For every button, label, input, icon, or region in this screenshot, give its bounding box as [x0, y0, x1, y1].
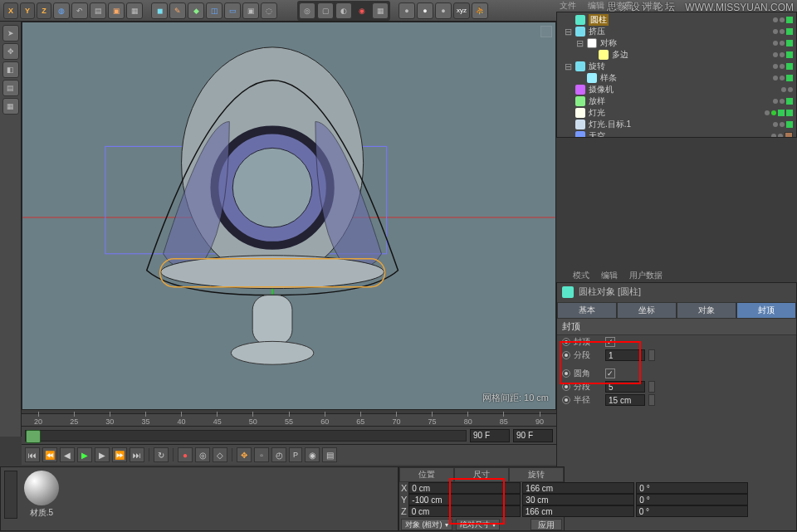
undo-icon[interactable]: ↶ [71, 2, 88, 19]
object-label[interactable]: 圆柱 [589, 14, 609, 26]
attr-menu-mode[interactable]: 模式 [573, 270, 589, 281]
seg2-field[interactable] [605, 381, 645, 393]
param-key-icon[interactable]: P [289, 447, 302, 462]
attr-menu-userdata[interactable]: 用户数据 [629, 270, 663, 281]
render-region-icon[interactable]: ▢ [317, 2, 334, 19]
tab-basic[interactable]: 基本 [557, 302, 617, 318]
next-key-button[interactable]: ⏩ [112, 447, 127, 462]
object-label[interactable]: 放样 [589, 95, 605, 107]
attr-menu-edit[interactable]: 编辑 [601, 270, 618, 281]
check-icon[interactable] [786, 40, 793, 46]
scale-key-icon[interactable]: ▫ [254, 447, 269, 462]
pos-field[interactable] [408, 482, 521, 494]
size-field[interactable] [522, 482, 634, 494]
render-target-icon[interactable]: ◎ [299, 2, 315, 19]
goto-start-button[interactable]: ⏮ [25, 447, 40, 462]
move-key-icon[interactable]: ✥ [237, 447, 252, 462]
check-icon[interactable] [786, 75, 793, 81]
goto-end-button[interactable]: ⏭ [130, 447, 144, 462]
timeline-ruler[interactable]: 202530354045505560657075808590 [22, 413, 556, 427]
pos-field[interactable] [408, 494, 521, 505]
axis-x-button[interactable]: X [3, 2, 18, 19]
visibility-dot-icon[interactable] [771, 134, 776, 138]
visibility-dot-icon[interactable] [771, 110, 776, 115]
object-manager[interactable]: 圆柱⊟挤压⊟对称多边⊟旋转样条摄像机放样灯光灯光.目标.1天空L型板 [556, 12, 797, 138]
visibility-dot-icon[interactable] [773, 122, 778, 127]
menu-edit[interactable]: 编辑 [588, 0, 604, 12]
axis-y-button[interactable]: Y [20, 2, 35, 19]
rot-field[interactable] [636, 494, 748, 505]
contrast-icon[interactable]: ◐ [335, 2, 352, 19]
visibility-dot-icon[interactable] [781, 87, 786, 92]
check-icon[interactable] [778, 110, 785, 116]
check-icon[interactable] [786, 51, 793, 58]
film-small-icon[interactable]: ▤ [322, 447, 337, 462]
pen-icon[interactable]: ✎ [169, 2, 186, 19]
visibility-dot-icon[interactable] [780, 17, 785, 22]
visibility-dot-icon[interactable] [780, 29, 785, 34]
material-manager[interactable]: 材质.5 [0, 466, 398, 531]
visibility-dot-icon[interactable] [765, 110, 770, 115]
visibility-dot-icon[interactable] [773, 41, 778, 46]
tab-object[interactable]: 对象 [677, 302, 736, 318]
check-icon[interactable] [786, 17, 793, 23]
spinner-icon[interactable] [648, 381, 655, 393]
sphere-white-icon[interactable]: ● [417, 2, 433, 19]
keyframe-button[interactable]: ◇ [213, 447, 227, 462]
globe-icon[interactable]: ◍ [53, 2, 70, 19]
tree-row[interactable]: ⊟挤压 [560, 26, 793, 37]
tree-row[interactable]: ⊟对称 [560, 37, 793, 49]
rot-field[interactable] [636, 482, 748, 494]
radius-field[interactable] [605, 394, 645, 406]
light-bulb-icon[interactable]: ◌ [261, 2, 277, 19]
sphere-grey-icon[interactable]: ● [398, 2, 415, 19]
timeline-scrub[interactable] [25, 430, 467, 442]
play-button[interactable]: ▶ [77, 447, 92, 462]
viewport[interactable]: 网格间距: 10 cm [22, 22, 556, 410]
rot-field[interactable] [636, 505, 748, 517]
apply-button[interactable]: 应用 [531, 519, 562, 530]
tab-coord[interactable]: 坐标 [617, 302, 677, 318]
visibility-dot-icon[interactable] [780, 99, 785, 104]
rotate-key-icon[interactable]: ◴ [271, 447, 286, 462]
tree-row[interactable]: 灯光.目标.1 [560, 119, 793, 130]
object-label[interactable]: 灯光.目标.1 [589, 119, 631, 130]
nav-xyz-icon[interactable]: xyz [453, 2, 470, 19]
next-frame-button[interactable]: ▶ [95, 447, 110, 462]
check-icon[interactable] [786, 28, 793, 35]
object-label[interactable]: 挤压 [589, 26, 605, 37]
check-icon[interactable] [786, 110, 793, 116]
round-checkbox[interactable]: ✓ [605, 368, 615, 378]
nav-person-icon[interactable]: ⛹ [472, 2, 488, 19]
model-icon[interactable]: ◧ [2, 61, 19, 78]
pos-field[interactable] [408, 505, 521, 517]
tree-row[interactable]: ⊟旋转 [560, 61, 793, 72]
object-label[interactable]: 灯光 [589, 107, 605, 119]
size-mode-dropdown[interactable]: 绝对尺寸 [456, 519, 500, 530]
prev-key-button[interactable]: ⏪ [42, 447, 57, 462]
coord-mode-dropdown[interactable]: 对象 (相对) [401, 519, 452, 530]
render-icon[interactable]: ◉ [354, 2, 370, 19]
visibility-dot-icon[interactable] [773, 29, 778, 34]
prev-frame-button[interactable]: ◀ [60, 447, 75, 462]
end-frame-field[interactable] [513, 429, 553, 442]
tree-row[interactable]: 摄像机 [560, 84, 793, 95]
tab-cap[interactable]: 封顶 [736, 302, 796, 318]
timeline-handle[interactable] [26, 430, 41, 443]
tree-row[interactable]: 圆柱 [560, 14, 793, 26]
render-settings-icon[interactable]: ▦ [372, 2, 389, 19]
spinner-icon[interactable] [648, 349, 655, 361]
tree-row[interactable]: 样条 [560, 72, 793, 84]
scan-icon[interactable]: ◫ [206, 2, 222, 19]
seg1-field[interactable] [605, 349, 645, 361]
visibility-dot-icon[interactable] [773, 99, 778, 104]
spinner-icon[interactable] [648, 394, 655, 406]
tree-row[interactable]: 多边 [560, 49, 793, 61]
visibility-dot-icon[interactable] [780, 76, 785, 81]
expand-icon[interactable]: ⊟ [564, 27, 572, 37]
film-icon[interactable]: ▤ [90, 2, 106, 19]
visibility-dot-icon[interactable] [788, 87, 793, 92]
record-button[interactable]: ● [178, 447, 193, 462]
size-field[interactable] [522, 494, 634, 505]
mat-selector[interactable] [4, 471, 17, 519]
